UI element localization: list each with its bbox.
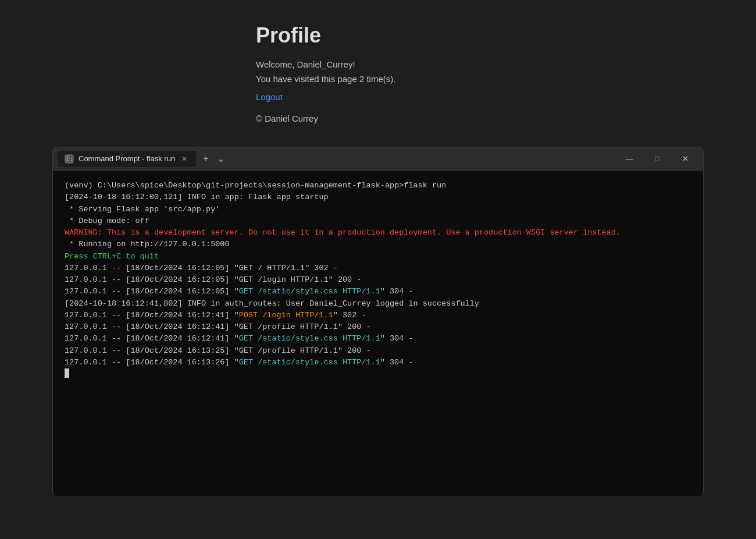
terminal-line-2: [2024-10-18 16:12:00,121] INFO in app: F… <box>65 192 691 203</box>
terminal-tab-close-button[interactable]: ✕ <box>180 154 189 164</box>
minimize-button[interactable]: — <box>616 150 643 168</box>
terminal-line-14: 127.0.0.1 -- [18/Oct/2024 16:12:41] "GET… <box>65 333 691 345</box>
terminal-line-10: 127.0.0.1 -- [18/Oct/2024 16:12:05] "GET… <box>65 286 691 297</box>
terminal-tab[interactable]: C: Command Prompt - flask run ✕ <box>58 151 196 167</box>
visit-count: You have visited this page 2 time(s). <box>256 74 756 84</box>
terminal-cursor <box>65 368 69 378</box>
close-button[interactable]: ✕ <box>672 150 698 168</box>
copyright: © Daniel Currey <box>256 114 756 123</box>
terminal-content: (venv) C:\Users\spice\Desktop\git-projec… <box>53 171 703 497</box>
terminal-titlebar: C: Command Prompt - flask run ✕ + ⌄ — □ … <box>53 147 703 171</box>
terminal-cursor-line <box>65 368 691 378</box>
terminal-tab-label: Command Prompt - flask run <box>79 154 175 163</box>
terminal-line-3: * Serving Flask app 'src/app.py' <box>65 204 691 215</box>
terminal-line-9: 127.0.0.1 -- [18/Oct/2024 16:12:05] "GET… <box>65 274 691 286</box>
svg-text:C:: C: <box>66 156 73 162</box>
terminal-line-7: Press CTRL+C to quit <box>65 251 691 263</box>
welcome-message: Welcome, Daniel_Currey! <box>256 59 756 69</box>
profile-section: Profile Welcome, Daniel_Currey! You have… <box>0 0 756 141</box>
new-tab-button[interactable]: + <box>201 154 211 164</box>
terminal-tab-actions: + ⌄ <box>201 153 226 164</box>
terminal-line-8: 127.0.0.1 -- [18/Oct/2024 16:12:05] "GET… <box>65 263 691 274</box>
terminal-line-12: 127.0.0.1 -- [18/Oct/2024 16:12:41] "POS… <box>65 310 691 321</box>
terminal-line-4: * Debug mode: off <box>65 215 691 227</box>
terminal-line-11: [2024-10-18 16:12:41,802] INFO in auth_r… <box>65 298 691 310</box>
window-controls: — □ ✕ <box>616 150 698 168</box>
terminal-window: C: Command Prompt - flask run ✕ + ⌄ — □ … <box>52 147 704 497</box>
tab-dropdown-button[interactable]: ⌄ <box>215 153 227 164</box>
terminal-line-1: (venv) C:\Users\spice\Desktop\git-projec… <box>65 180 691 192</box>
terminal-line-5: WARNING: This is a development server. D… <box>65 227 691 239</box>
terminal-icon: C: <box>65 154 74 164</box>
terminal-line-13: 127.0.0.1 -- [18/Oct/2024 16:12:41] "GET… <box>65 321 691 333</box>
page-title: Profile <box>256 23 756 48</box>
maximize-button[interactable]: □ <box>644 150 671 168</box>
terminal-line-15: 127.0.0.1 -- [18/Oct/2024 16:13:25] "GET… <box>65 345 691 357</box>
terminal-line-6: * Running on http://127.0.0.1:5000 <box>65 239 691 250</box>
logout-link[interactable]: Logout <box>256 92 756 102</box>
terminal-line-16: 127.0.0.1 -- [18/Oct/2024 16:13:26] "GET… <box>65 357 691 368</box>
